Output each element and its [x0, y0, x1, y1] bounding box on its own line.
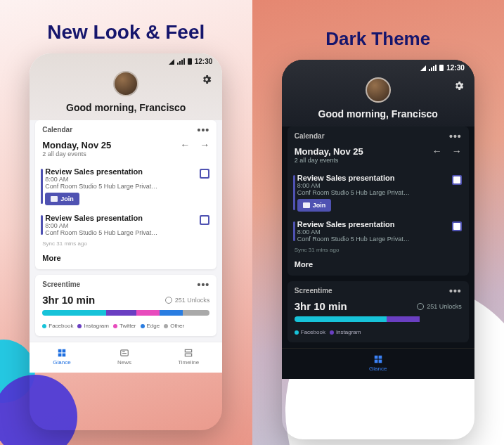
section-label: Calendar — [42, 126, 72, 134]
status-bar: 12:30 — [30, 53, 222, 67]
greeting-text: Good morning, Francisco — [318, 108, 438, 120]
svg-rect-7 — [185, 349, 191, 352]
screentime-total: 3hr 10 min — [42, 294, 95, 306]
legend-item: Facebook — [42, 323, 73, 329]
more-options-button[interactable]: ••• — [198, 128, 210, 132]
screentime-card: Screentime ••• 3hr 10 min 251 Unlocks Fa… — [287, 281, 469, 342]
more-link[interactable]: More — [35, 250, 217, 269]
event-location: Conf Room Studio 5 Hub Large Privat… — [45, 229, 209, 236]
section-label: Screentime — [295, 287, 332, 295]
greeting-text: Good morning, Francisco — [66, 102, 186, 113]
event-title: Review Sales presentation — [297, 220, 462, 228]
calendar-event[interactable]: Review Sales presentation 8:00 AM Conf R… — [35, 209, 217, 240]
signal-icon — [420, 65, 426, 71]
wifi-icon — [429, 65, 437, 71]
teams-icon — [452, 221, 462, 231]
glance-icon — [56, 348, 67, 358]
unlock-count: 251 Unlocks — [165, 297, 210, 304]
event-location: Conf Room Studio 5 Hub Large Privat… — [297, 236, 462, 243]
more-link[interactable]: More — [287, 256, 469, 276]
tab-news[interactable]: News — [117, 348, 131, 366]
panel-caption: Dark Theme — [325, 28, 430, 50]
svg-rect-2 — [58, 354, 62, 357]
event-time: 8:00 AM — [297, 228, 462, 236]
prev-day-button[interactable]: ← — [432, 146, 442, 157]
event-location: Conf Room Studio 5 Hub Large Privat… — [297, 189, 462, 196]
next-day-button[interactable]: → — [452, 146, 462, 157]
svg-rect-0 — [58, 349, 62, 353]
teams-icon — [452, 175, 462, 185]
section-label: Screentime — [42, 280, 80, 288]
more-options-button[interactable]: ••• — [198, 283, 210, 287]
tab-glance[interactable]: Glance — [369, 354, 387, 372]
screentime-total: 3hr 10 min — [295, 300, 347, 312]
join-button[interactable]: Join — [45, 193, 79, 205]
calendar-card: Calendar ••• Monday, Nov 25 ← → 2 all da… — [35, 120, 217, 269]
legend-item: Instagram — [77, 323, 109, 329]
calendar-event[interactable]: Review Sales presentation 8:00 AM Conf R… — [287, 216, 469, 247]
teams-icon — [200, 215, 209, 225]
screentime-bar — [295, 316, 462, 322]
glance-icon — [373, 354, 384, 364]
more-options-button[interactable]: ••• — [449, 289, 462, 293]
event-time: 8:00 AM — [45, 176, 209, 183]
allday-count: 2 all day events — [35, 150, 217, 163]
avatar[interactable] — [113, 71, 138, 96]
section-label: Calendar — [295, 132, 325, 140]
calendar-date: Monday, Nov 25 — [42, 140, 111, 150]
gear-icon — [201, 74, 212, 85]
avatar[interactable] — [366, 77, 391, 103]
svg-rect-12 — [378, 360, 382, 363]
event-location: Conf Room Studio 5 Hub Large Privat… — [45, 183, 209, 190]
screentime-legend: FacebookInstagram — [287, 326, 469, 342]
svg-rect-10 — [378, 356, 382, 359]
svg-rect-3 — [63, 354, 66, 357]
svg-rect-8 — [185, 354, 191, 356]
event-title: Review Sales presentation — [45, 167, 209, 176]
svg-rect-9 — [374, 356, 377, 359]
legend-item: Twitter — [113, 323, 136, 329]
unlock-count: 251 Unlocks — [417, 303, 462, 310]
screentime-bar — [42, 310, 209, 316]
event-title: Review Sales presentation — [45, 214, 209, 222]
settings-button[interactable] — [201, 74, 212, 85]
join-button[interactable]: Join — [297, 199, 332, 212]
phone-dark: 12:30 Good morning, Francisco Calendar •… — [282, 60, 474, 439]
prev-day-button[interactable]: ← — [180, 139, 190, 150]
allday-count: 2 all day events — [287, 157, 469, 169]
legend-item: Other — [164, 323, 184, 329]
status-bar: 12:30 — [282, 60, 474, 73]
tab-timeline[interactable]: Timeline — [178, 348, 199, 366]
panel-caption: New Look & Feel — [47, 21, 205, 44]
sync-status: Sync 31 mins ago — [35, 240, 217, 250]
bottom-nav: Glance News Timeline — [30, 342, 222, 373]
next-day-button[interactable]: → — [200, 139, 209, 150]
fingerprint-icon — [165, 297, 172, 304]
teams-join-icon — [51, 196, 58, 202]
gear-icon — [453, 80, 465, 91]
event-title: Review Sales presentation — [297, 174, 462, 182]
calendar-event[interactable]: Review Sales presentation 8:00 AM Conf R… — [35, 163, 217, 209]
teams-join-icon — [303, 202, 310, 208]
status-time: 12:30 — [195, 58, 213, 65]
news-icon — [119, 348, 130, 358]
tab-glance[interactable]: Glance — [53, 348, 70, 366]
status-time: 12:30 — [446, 64, 465, 72]
signal-icon — [169, 59, 174, 65]
fingerprint-icon — [417, 303, 424, 310]
calendar-event[interactable]: Review Sales presentation 8:00 AM Conf R… — [287, 169, 469, 216]
phone-light: 12:30 Good morning, Francisco Calendar •… — [30, 53, 222, 430]
svg-rect-11 — [374, 360, 377, 363]
calendar-date: Monday, Nov 25 — [295, 146, 363, 157]
calendar-card: Calendar ••• Monday, Nov 25 ← → 2 all da… — [287, 127, 469, 276]
legend-item: Facebook — [295, 329, 325, 335]
legend-item: Edge — [141, 323, 160, 329]
legend-item: Instagram — [330, 329, 361, 335]
more-options-button[interactable]: ••• — [449, 134, 462, 138]
event-time: 8:00 AM — [45, 222, 209, 229]
screentime-card: Screentime ••• 3hr 10 min 251 Unlocks Fa… — [35, 275, 217, 336]
battery-icon — [439, 65, 444, 71]
wifi-icon — [177, 58, 185, 65]
settings-button[interactable] — [453, 80, 465, 91]
svg-rect-1 — [63, 349, 66, 353]
